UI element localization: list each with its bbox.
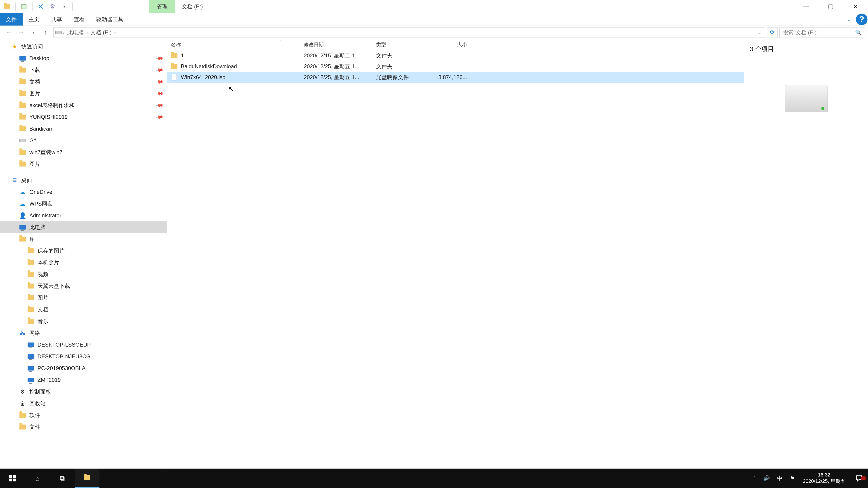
taskbar-search-icon[interactable]: ⌕	[25, 468, 50, 488]
breadcrumb-1[interactable]: 文档 (E:)	[89, 29, 113, 36]
file-rows[interactable]: 1 2020/12/15, 星期二 1... 文件夹 BaiduNetdiskD…	[167, 50, 744, 478]
app-icon[interactable]	[2, 1, 13, 12]
file-row[interactable]: 1 2020/12/15, 星期二 1... 文件夹	[167, 50, 744, 61]
file-row[interactable]: Win7x64_2020.iso 2020/12/25, 星期五 1... 光盘…	[167, 72, 744, 83]
panel-icon: ⚙	[19, 388, 26, 395]
search-icon[interactable]: 🔍	[855, 29, 862, 36]
tab-share[interactable]: 共享	[45, 13, 68, 26]
start-button[interactable]	[0, 468, 25, 488]
tab-drive-tools[interactable]: 驱动器工具	[90, 13, 129, 26]
nav-item[interactable]: YUNQISHI2019 📌	[0, 111, 166, 123]
address-box[interactable]: › 此电脑 › 文档 (E:) › ⌄	[53, 27, 765, 38]
navigation-pane[interactable]: ★快速访问 Desktop 📌 下载 📌 文档 📌 图片 📌 excel表格制作…	[0, 39, 167, 478]
nav-item[interactable]: 软件	[0, 410, 166, 421]
folder-icon	[19, 149, 26, 156]
nav-item[interactable]: 天翼云盘下载	[0, 280, 166, 292]
ribbon-expand-icon[interactable]: ⌵	[843, 13, 855, 26]
nav-item[interactable]: Desktop 📌	[0, 53, 166, 64]
chevron-right-icon[interactable]: ›	[63, 30, 65, 35]
nav-item[interactable]: ⚙ 控制面板	[0, 386, 166, 398]
nav-quick-access[interactable]: ★快速访问	[0, 41, 166, 53]
nav-item[interactable]: 保存的图片	[0, 245, 166, 257]
qa-close-icon[interactable]: ✕	[35, 1, 46, 12]
qa-dropdown-icon[interactable]: ▾	[59, 1, 70, 12]
nav-item[interactable]: 图片	[0, 158, 166, 170]
nav-item[interactable]: DESKTOP-NJEU3CG	[0, 351, 166, 362]
chevron-right-icon[interactable]: ›	[114, 30, 116, 35]
tab-file[interactable]: 文件	[0, 13, 23, 26]
refresh-icon[interactable]: ⟳	[767, 27, 778, 38]
close-button[interactable]: ✕	[843, 0, 868, 13]
help-icon[interactable]: ?	[855, 13, 868, 26]
nav-item[interactable]: ZMT2019	[0, 374, 166, 386]
nav-item[interactable]: 👤 Administrator	[0, 210, 166, 221]
nav-item-label: ZMT2019	[37, 377, 61, 383]
nav-item-label: OneDrive	[29, 189, 52, 195]
nav-item[interactable]: G:\	[0, 135, 166, 147]
nav-item[interactable]: 本机照片	[0, 257, 166, 268]
nav-item[interactable]: ☁ OneDrive	[0, 186, 166, 198]
tray-overflow-icon[interactable]: ˄	[749, 468, 760, 488]
qa-placeholder-1[interactable]	[19, 1, 29, 12]
file-row[interactable]: BaiduNetdiskDownload 2020/12/25, 星期五 1..…	[167, 61, 744, 72]
nav-item[interactable]: ☁ WPS网盘	[0, 198, 166, 210]
cloud-icon: ☁	[19, 200, 26, 207]
ribbon-tabs: 文件 主页 共享 查看 驱动器工具 ⌵ ?	[0, 13, 868, 26]
tray-volume-icon[interactable]: 🔊	[760, 468, 774, 488]
nav-item[interactable]: excel表格制作求和 📌	[0, 99, 166, 111]
nav-item-label: 保存的图片	[37, 247, 65, 254]
nav-item[interactable]: 此电脑	[0, 221, 166, 233]
nav-item-label: 软件	[29, 412, 40, 419]
nav-item[interactable]: 库	[0, 233, 166, 245]
nav-item[interactable]: 图片 📌	[0, 88, 166, 99]
nav-item[interactable]: DESKTOP-LSSOEDP	[0, 339, 166, 351]
nav-history-dropdown-icon[interactable]: ▾	[27, 26, 39, 39]
nav-item[interactable]: Bandicam	[0, 123, 166, 135]
nav-item-label: G:\	[29, 137, 37, 144]
folder-icon	[19, 66, 26, 74]
nav-item[interactable]: 文档 📌	[0, 76, 166, 88]
header-name[interactable]: 名称˄	[167, 41, 300, 48]
tray-ime-indicator[interactable]: 中	[774, 468, 786, 488]
nav-item[interactable]: 音乐	[0, 315, 166, 327]
contextual-tab-manage[interactable]: 管理	[149, 0, 176, 13]
maximize-button[interactable]: ▢	[818, 0, 843, 13]
nav-item[interactable]: 视频	[0, 268, 166, 280]
address-dropdown-icon[interactable]: ⌄	[756, 30, 763, 35]
header-type[interactable]: 类型	[372, 41, 433, 48]
pc-icon	[27, 365, 34, 372]
folder-icon	[27, 259, 34, 266]
breadcrumb-0[interactable]: 此电脑	[66, 29, 85, 36]
search-box[interactable]: 🔍	[779, 27, 865, 38]
tab-home[interactable]: 主页	[23, 13, 45, 26]
tray-clock[interactable]: 16:32 2020/12/25, 星期五	[798, 472, 850, 485]
action-center-icon[interactable]: 3	[850, 475, 868, 482]
file-type: 文件夹	[372, 52, 433, 59]
minimize-button[interactable]: —	[794, 0, 818, 13]
nav-item[interactable]: 下载 📌	[0, 64, 166, 76]
nav-network[interactable]: 🖧网络	[0, 327, 166, 339]
pin-icon: 📌	[155, 89, 164, 98]
nav-up-icon[interactable]: ↑	[39, 26, 52, 39]
preview-pane: 3 个项目	[744, 39, 868, 478]
nav-item[interactable]: 文档	[0, 304, 166, 315]
task-view-icon[interactable]: ⧉	[50, 468, 74, 488]
nav-item[interactable]: PC-20190530OBLA	[0, 362, 166, 374]
header-date[interactable]: 修改日期	[300, 41, 372, 48]
nav-desktop-root[interactable]: 🖥桌面	[0, 174, 166, 186]
nav-item[interactable]: 图片	[0, 292, 166, 304]
nav-item[interactable]: win7重装win7	[0, 147, 166, 158]
nav-item[interactable]: 🗑 回收站	[0, 398, 166, 410]
nav-forward-icon[interactable]: →	[15, 26, 27, 39]
nav-item[interactable]: 文件	[0, 421, 166, 433]
nav-back-icon[interactable]: ←	[3, 26, 15, 39]
qa-options-icon[interactable]: ⚙	[47, 1, 58, 12]
header-size[interactable]: 大小	[433, 41, 471, 48]
search-input[interactable]	[783, 29, 855, 36]
taskbar-explorer[interactable]	[74, 468, 99, 488]
svg-rect-2	[9, 475, 12, 478]
tab-view[interactable]: 查看	[68, 13, 90, 26]
chevron-right-icon[interactable]: ›	[86, 30, 88, 35]
tray-security-icon[interactable]: ⚑	[786, 468, 798, 488]
pc-icon	[27, 341, 34, 348]
